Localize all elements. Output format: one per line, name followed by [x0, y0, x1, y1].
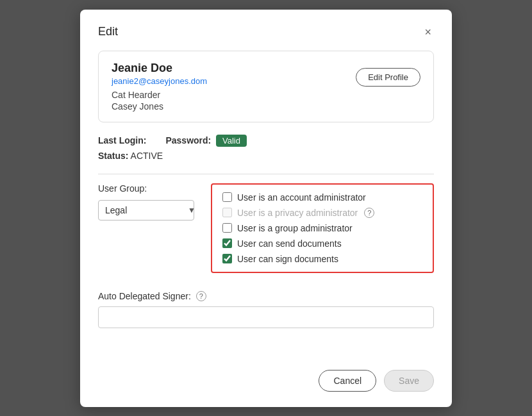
form-section: User Group: Legal Admin General ▼ User i…	[98, 183, 434, 273]
password-row: Password: Valid	[165, 135, 247, 146]
cancel-button[interactable]: Cancel	[319, 370, 376, 392]
user-group-column: User Group: Legal Admin General ▼	[98, 183, 201, 220]
save-button[interactable]: Save	[384, 370, 434, 392]
modal-header: Edit ×	[98, 25, 434, 39]
perm-sign-docs-label: User can sign documents	[237, 254, 338, 264]
perm-account-admin-checkbox[interactable]	[222, 192, 232, 202]
user-group-select-wrapper: Legal Admin General ▼	[98, 200, 201, 220]
perm-send-docs-label: User can send documents	[237, 238, 342, 249]
perm-row-sign-docs: User can sign documents	[222, 254, 422, 264]
profile-role: Cat Hearder	[112, 90, 207, 100]
divider	[98, 174, 434, 174]
privacy-admin-help-icon[interactable]: ?	[364, 208, 374, 218]
modal-overlay: Edit × Jeanie Doe jeanie2@caseyjones.dom…	[0, 0, 532, 416]
auto-delegated-section: Auto Delegated Signer: ?	[98, 291, 434, 328]
edit-modal: Edit × Jeanie Doe jeanie2@caseyjones.dom…	[80, 10, 452, 407]
auto-delegated-help-icon[interactable]: ?	[196, 291, 206, 301]
user-group-select[interactable]: Legal Admin General	[98, 200, 194, 220]
edit-profile-button[interactable]: Edit Profile	[356, 68, 420, 87]
profile-email: jeanie2@caseyjones.dom	[112, 76, 207, 86]
close-button[interactable]: ×	[422, 25, 434, 39]
permissions-box: User is an account administrator User is…	[211, 183, 434, 273]
last-login-label: Last Login:	[98, 135, 146, 146]
status-row: Status: ACTIVE	[98, 151, 434, 161]
perm-row-send-docs: User can send documents	[222, 238, 422, 249]
auto-delegated-label: Auto Delegated Signer: ?	[98, 291, 434, 301]
perm-privacy-admin-checkbox	[222, 208, 232, 217]
user-group-label: User Group:	[98, 183, 201, 194]
perm-row-group-admin: User is a group administrator	[222, 223, 422, 233]
modal-footer: Cancel Save	[98, 370, 434, 392]
perm-row-privacy-admin: User is a privacy administrator ?	[222, 208, 422, 218]
perm-group-admin-label: User is a group administrator	[237, 223, 353, 233]
status-label: Status:	[98, 151, 128, 161]
perm-account-admin-label: User is an account administrator	[237, 192, 366, 203]
profile-card: Jeanie Doe jeanie2@caseyjones.dom Cat He…	[98, 51, 434, 122]
profile-info: Jeanie Doe jeanie2@caseyjones.dom Cat He…	[112, 62, 207, 112]
auto-delegated-label-text: Auto Delegated Signer:	[98, 291, 191, 301]
perm-send-docs-checkbox[interactable]	[222, 238, 232, 248]
modal-title: Edit	[98, 25, 118, 38]
status-value: ACTIVE	[131, 151, 163, 161]
profile-name: Jeanie Doe	[112, 62, 207, 75]
profile-company: Casey Jones	[112, 101, 207, 112]
info-row: Last Login: Password: Valid	[98, 135, 434, 146]
perm-row-account-admin: User is an account administrator	[222, 192, 422, 203]
perm-group-admin-checkbox[interactable]	[222, 223, 232, 233]
perm-privacy-admin-label: User is a privacy administrator	[237, 208, 358, 218]
password-badge: Valid	[216, 135, 247, 147]
auto-delegated-input[interactable]	[98, 306, 434, 328]
perm-sign-docs-checkbox[interactable]	[222, 254, 232, 263]
